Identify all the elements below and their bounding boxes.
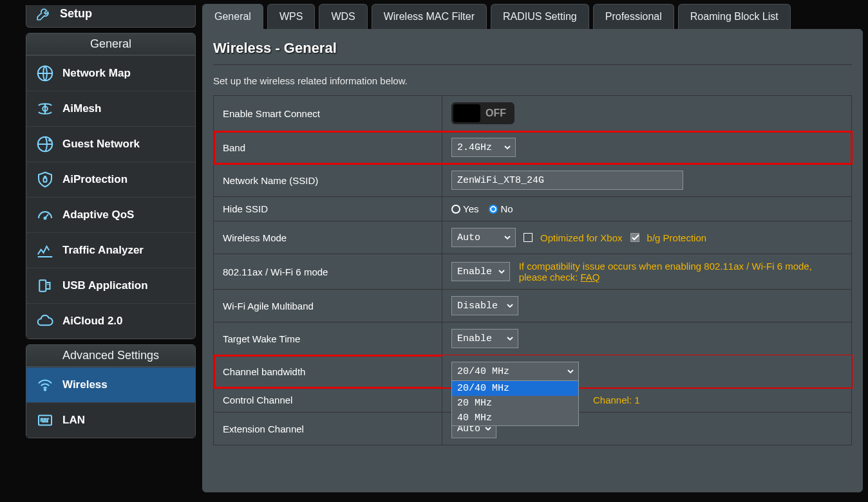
svg-point-6 [44,389,46,391]
gauge-icon [35,205,55,225]
sidebar-item-usb-application[interactable]: USB Application [26,268,195,303]
select-channel-bandwidth[interactable]: 20/40 MHz [451,362,579,381]
sidebar-item-wireless[interactable]: Wireless [26,367,195,402]
cloud-icon [35,311,55,331]
analyzer-icon [35,241,55,260]
shield-icon [35,170,55,189]
wifi-icon [35,375,55,395]
radio-icon [451,205,460,214]
select-wireless-mode[interactable]: Auto [451,228,516,247]
dropdown-channel-bandwidth: 20/40 MHz 20 MHz 40 MHz [451,380,579,426]
chevron-down-icon [567,367,574,375]
tab-roaming-block[interactable]: Roaming Block List [678,4,791,29]
globe-plus-icon [35,135,55,154]
sidebar-item-aiprotection[interactable]: AiProtection [26,162,195,197]
label-band: Band [214,131,442,164]
dropdown-option[interactable]: 20/40 MHz [452,381,578,396]
sidebar-item-adaptive-qos[interactable]: Adaptive QoS [26,197,195,232]
select-ax-mode[interactable]: Enable [451,262,510,281]
radio-icon [489,205,498,214]
select-band[interactable]: 2.4GHz [451,138,516,157]
toggle-knob [453,104,480,122]
select-value: Enable [457,333,492,344]
label-bg-protection: b/g Protection [647,232,707,243]
select-value: 20/40 MHz [457,366,509,377]
select-value: Disable [457,301,498,311]
sidebar-item-label: AiCloud 2.0 [62,315,123,328]
sidebar-item-label: Traffic Analyzer [62,244,144,257]
chevron-down-icon [504,234,511,241]
label-extension-channel: Extension Channel [214,413,442,445]
select-value: Auto [457,232,480,243]
label-smart-connect: Enable Smart Connect [214,96,442,131]
radio-label: No [500,203,513,214]
note-ax-mode: If compatibility issue occurs when enabl… [519,261,842,283]
checkbox-bg-protection[interactable] [630,233,639,242]
dropdown-option[interactable]: 40 MHz [452,411,578,425]
sidebar-item-label: Guest Network [62,138,140,151]
select-value: Enable [457,266,492,277]
sidebar-item-traffic-analyzer[interactable]: Traffic Analyzer [26,232,195,268]
tab-bar: General WPS WDS Wireless MAC Filter RADI… [202,4,863,29]
toggle-smart-connect[interactable]: OFF [451,102,514,124]
label-xbox: Optimized for Xbox [540,232,623,243]
sidebar-advanced-header: Advanced Settings [26,345,195,367]
radio-hide-ssid-no[interactable]: No [489,203,513,214]
sidebar-item-label: LAN [62,414,85,427]
tab-wds[interactable]: WDS [319,4,367,29]
tab-radius[interactable]: RADIUS Setting [491,4,589,29]
svg-rect-5 [39,280,46,292]
sidebar-item-lan[interactable]: LAN [26,402,195,438]
label-channel-bandwidth: Channel bandwidth [214,355,442,388]
select-agile[interactable]: Disable [451,296,518,315]
page-title: Wireless - General [213,40,852,57]
chevron-down-icon [504,144,511,151]
sidebar-setup-item[interactable]: Setup [26,5,195,27]
note-text: If compatibility issue occurs when enabl… [519,261,812,283]
sidebar-item-guest-network[interactable]: Guest Network [26,126,195,162]
tab-professional[interactable]: Professional [593,4,674,29]
chevron-down-icon [506,302,514,310]
checkbox-xbox[interactable] [524,233,533,242]
tab-wps[interactable]: WPS [267,4,315,29]
label-agile: Wi-Fi Agile Multiband [214,290,442,322]
chevron-down-icon [498,268,505,275]
sidebar-item-label: Adaptive QoS [62,209,134,221]
link-faq[interactable]: FAQ [581,272,600,283]
lan-icon [35,411,55,430]
sidebar-item-label: Network Map [62,67,131,80]
note-control-channel: Channel: 1 [593,395,640,405]
tab-mac-filter[interactable]: Wireless MAC Filter [372,4,487,29]
label-control-channel: Control Channel [214,388,442,413]
sidebar-item-label: Setup [60,7,92,21]
wrench-icon [35,5,52,22]
radio-hide-ssid-yes[interactable]: Yes [451,203,478,214]
globe-icon [35,64,55,83]
select-value: 2.4GHz [457,142,492,153]
chevron-down-icon [506,335,514,342]
mesh-icon [35,99,55,118]
usb-icon [35,276,55,295]
label-hide-ssid: Hide SSID [214,197,442,221]
label-twt: Target Wake Time [214,322,442,355]
sidebar-general-header: General [26,33,195,55]
radio-label: Yes [463,203,478,214]
label-ax-mode: 802.11ax / Wi-Fi 6 mode [214,254,442,290]
sidebar-item-label: AiMesh [62,102,101,115]
sidebar-item-label: Wireless [62,378,108,391]
sidebar-item-label: AiProtection [62,173,127,186]
label-wireless-mode: Wireless Mode [214,221,442,254]
svg-rect-3 [44,178,47,182]
sidebar-item-aimesh[interactable]: AiMesh [26,91,195,126]
dropdown-option[interactable]: 20 MHz [452,396,578,411]
sidebar-item-label: USB Application [62,279,148,292]
sidebar-item-network-map[interactable]: Network Map [26,55,195,91]
toggle-state: OFF [480,107,506,119]
tab-general[interactable]: General [202,4,263,29]
label-ssid: Network Name (SSID) [214,164,442,197]
input-ssid[interactable] [451,171,683,190]
page-subtitle: Set up the wireless related information … [213,75,852,86]
sidebar-item-aicloud[interactable]: AiCloud 2.0 [26,303,195,339]
select-twt[interactable]: Enable [451,329,518,348]
